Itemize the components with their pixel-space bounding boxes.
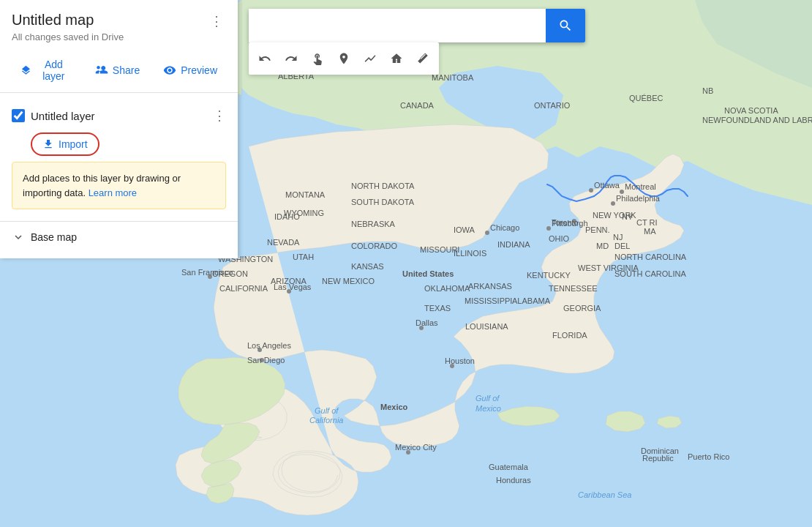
svg-text:Mexico: Mexico	[475, 404, 501, 413]
svg-text:COLORADO: COLORADO	[351, 242, 397, 250]
svg-text:OHIO: OHIO	[549, 234, 570, 243]
svg-text:Dallas: Dallas	[416, 318, 438, 327]
svg-text:LOUISIANA: LOUISIANA	[465, 322, 508, 331]
svg-text:KANSAS: KANSAS	[351, 262, 384, 271]
svg-text:United States: United States	[402, 269, 454, 278]
svg-text:NEWFOUNDLAND AND LABRADOR: NEWFOUNDLAND AND LABRADOR	[702, 116, 812, 124]
share-label: Share	[113, 64, 140, 76]
svg-text:NORTH DAKOTA: NORTH DAKOTA	[351, 182, 415, 190]
import-label: Import	[59, 138, 88, 150]
search-bar	[249, 9, 585, 42]
learn-more-link[interactable]: Learn more	[89, 187, 137, 198]
preview-label: Preview	[181, 64, 217, 76]
preview-button[interactable]: Preview	[154, 54, 226, 86]
svg-text:MISSISSIPPI: MISSISSIPPI	[465, 296, 512, 305]
ruler-button[interactable]	[410, 45, 436, 72]
svg-text:UTAH: UTAH	[293, 253, 314, 261]
svg-text:Las Vegas: Las Vegas	[274, 283, 312, 291]
svg-text:Puerto Rico: Puerto Rico	[688, 452, 729, 461]
svg-text:Philadelphia: Philadelphia	[616, 194, 661, 203]
svg-text:Toronto: Toronto	[552, 218, 579, 227]
svg-text:IOWA: IOWA	[454, 225, 475, 234]
search-input[interactable]	[249, 9, 546, 42]
svg-point-56	[546, 226, 551, 231]
svg-text:CALIFORNIA: CALIFORNIA	[219, 284, 268, 293]
svg-text:Honduras: Honduras	[496, 476, 531, 485]
svg-text:NORTH CAROLINA: NORTH CAROLINA	[614, 253, 687, 261]
measure-button[interactable]	[383, 45, 410, 72]
svg-text:NEW MEXICO: NEW MEXICO	[322, 277, 375, 285]
draw-line-button[interactable]	[357, 45, 383, 72]
svg-text:Gulf of: Gulf of	[475, 394, 500, 403]
svg-text:NEBRASKA: NEBRASKA	[351, 220, 396, 228]
svg-text:NJ: NJ	[613, 233, 623, 242]
svg-point-58	[589, 188, 593, 193]
svg-text:TEXAS: TEXAS	[424, 304, 451, 313]
svg-text:Caribbean Sea: Caribbean Sea	[578, 490, 631, 499]
svg-text:SOUTH DAKOTA: SOUTH DAKOTA	[351, 198, 415, 206]
svg-text:Chicago: Chicago	[490, 223, 519, 232]
base-map-section[interactable]: Base map	[0, 221, 238, 253]
layer-visibility-checkbox[interactable]	[12, 109, 25, 122]
layer-title: Untitled layer	[31, 110, 95, 122]
svg-text:ONTARIO: ONTARIO	[534, 101, 571, 110]
svg-text:MD: MD	[596, 242, 609, 250]
add-layer-button[interactable]: Add layer	[12, 54, 80, 86]
panel-more-button[interactable]: ⋮	[207, 12, 226, 31]
svg-text:WYOMING: WYOMING	[284, 209, 324, 217]
svg-text:Republic: Republic	[642, 454, 674, 463]
layer-more-button[interactable]: ⋮	[213, 108, 226, 124]
svg-text:Mexico City: Mexico City	[395, 443, 437, 452]
svg-text:SOUTH CAROLINA: SOUTH CAROLINA	[614, 269, 686, 278]
svg-text:DEL: DEL	[614, 242, 630, 250]
svg-point-54	[611, 201, 615, 206]
toolbar	[249, 42, 439, 75]
svg-text:MONTANA: MONTANA	[285, 190, 326, 199]
marker-button[interactable]	[331, 45, 357, 72]
svg-text:GEORGIA: GEORGIA	[563, 304, 601, 313]
svg-text:San Francisco: San Francisco	[181, 268, 233, 277]
layer-title-row: Untitled layer	[12, 109, 95, 122]
import-button[interactable]: Import	[31, 132, 99, 156]
svg-text:Mexico: Mexico	[380, 403, 408, 411]
svg-text:NOVA SCOTIA: NOVA SCOTIA	[724, 106, 778, 115]
svg-text:NEVADA: NEVADA	[267, 238, 300, 247]
panel-actions: Add layer Share Preview	[0, 48, 238, 93]
svg-text:ARKANSAS: ARKANSAS	[468, 282, 512, 291]
svg-point-52	[485, 231, 489, 235]
svg-text:ILLINOIS: ILLINOIS	[454, 249, 486, 258]
redo-button[interactable]	[278, 45, 304, 72]
svg-text:ALABAMA: ALABAMA	[512, 296, 551, 305]
tooltip-box: Add places to this layer by drawing or i…	[12, 162, 226, 209]
svg-point-60	[620, 190, 624, 194]
svg-text:INDIANA: INDIANA	[497, 240, 530, 249]
svg-text:TENNESSEE: TENNESSEE	[549, 284, 598, 293]
base-map-label: Base map	[31, 231, 77, 243]
svg-text:NEW YORK: NEW YORK	[593, 211, 636, 220]
svg-text:FLORIDA: FLORIDA	[552, 331, 587, 340]
left-panel: Untitled map All changes saved in Drive …	[0, 0, 238, 258]
search-button[interactable]	[546, 9, 585, 42]
share-button[interactable]: Share	[86, 54, 149, 86]
svg-text:QUÉBEC: QUÉBEC	[629, 94, 663, 102]
svg-text:Gulf of: Gulf of	[315, 406, 339, 415]
hand-tool-button[interactable]	[304, 45, 331, 72]
svg-text:NB: NB	[702, 86, 713, 95]
svg-text:CANADA: CANADA	[400, 101, 435, 110]
svg-text:Los Angeles: Los Angeles	[247, 341, 291, 350]
svg-text:CT RI: CT RI	[636, 218, 658, 227]
undo-button[interactable]	[252, 45, 278, 72]
svg-text:Montreal: Montreal	[625, 182, 656, 191]
svg-text:OKLAHOMA: OKLAHOMA	[424, 284, 470, 293]
svg-text:MA: MA	[644, 227, 656, 236]
svg-text:Guatemala: Guatemala	[489, 463, 529, 471]
svg-text:Houston: Houston	[445, 356, 475, 365]
chevron-down-icon	[12, 231, 25, 244]
svg-text:PENN.: PENN.	[585, 225, 610, 234]
panel-header: Untitled map All changes saved in Drive …	[0, 0, 238, 48]
svg-text:KENTUCKY: KENTUCKY	[527, 271, 571, 280]
svg-text:California: California	[309, 416, 343, 425]
layer-section: Untitled layer ⋮ Import Add places to th…	[0, 99, 238, 215]
svg-text:San Diego: San Diego	[247, 356, 285, 365]
svg-text:Ottawa: Ottawa	[594, 181, 620, 190]
